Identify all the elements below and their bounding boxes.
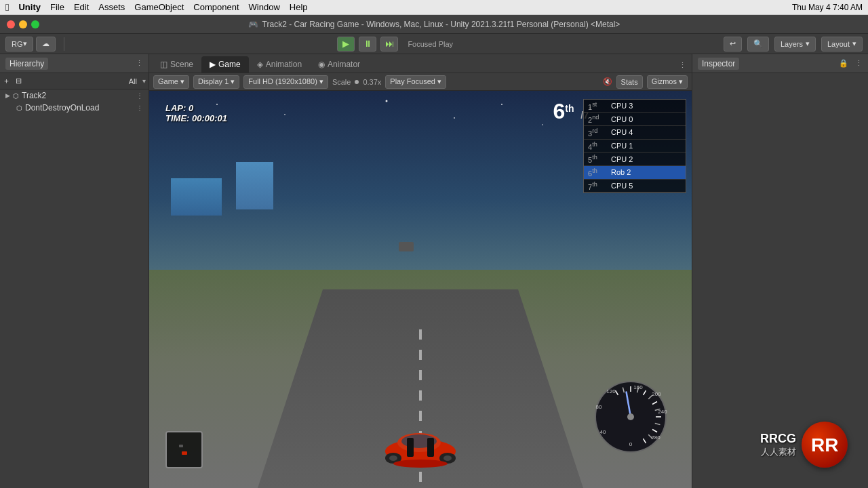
stats-button[interactable]: Stats [616,75,643,89]
tab-scene[interactable]: ◫ Scene [152,56,201,73]
rrcg-branding: RRCG 人人素材 RR [760,422,848,468]
gizmos-button[interactable]: Gizmos ▾ [647,75,688,89]
game-toolbar: Game ▾ Display 1 ▾ Full HD (1920x1080) ▾… [149,73,692,91]
tab-game[interactable]: ▶ Game [201,56,249,73]
resolution-button[interactable]: Full HD (1920x1080) ▾ [243,75,328,89]
inspector-header: Inspector 🔒 ⋮ [692,54,868,73]
tab-animation[interactable]: ◈ Animation [249,56,310,73]
lap-label: LAP: 0 [165,103,227,113]
position-super: th [565,102,574,113]
traffic-lights [7,20,39,28]
tab-animator[interactable]: ◉ Animator [310,56,368,73]
datetime: Thu May 4 7:40 AM [792,3,863,12]
name-1: CPU 3 [611,102,682,110]
close-button[interactable] [7,20,15,28]
time-label: TIME: 00:00:01 [165,113,227,123]
cloud-button[interactable]: ☁ [36,37,56,52]
svg-text:240: 240 [658,409,667,415]
hierarchy-arrow-down[interactable]: ▾ [142,77,146,85]
leaderboard: 1st CPU 3 2nd CPU 0 3rd CPU 4 4th CPU 1 [583,99,686,194]
inspector-options[interactable]: ⋮ [855,59,863,68]
svg-rect-11 [427,438,434,457]
leaderboard-row-2: 2nd CPU 0 [584,113,686,126]
view-tabs-options[interactable]: ⋮ [676,58,689,73]
mute-icon[interactable]: 🔇 [603,77,612,86]
svg-point-14 [389,455,397,461]
svg-rect-10 [407,438,414,457]
pos-6: 6th [588,167,604,178]
pos-4: 4th [588,141,604,151]
menu-component[interactable]: Component [193,2,239,12]
game-tab-icon: ▶ [210,60,216,69]
svg-point-1 [284,114,285,115]
minimize-button[interactable] [19,20,27,28]
play-focused-button[interactable]: Play Focused ▾ [385,75,446,89]
car-svg [380,414,461,468]
pause-button[interactable]: ⏸ [359,37,376,52]
all-label: All [129,77,137,85]
expand-arrow: ▶ [5,92,10,99]
view-tabs: ◫ Scene ▶ Game ◈ Animation ◉ Animator ⋮ [149,54,692,73]
leaderboard-row-6: 6th Rob 2 [584,166,686,180]
svg-point-3 [454,117,455,119]
inspector-tab[interactable]: Inspector [698,58,739,70]
menu-help[interactable]: Help [290,2,308,12]
player-car [380,414,461,468]
hierarchy-tab[interactable]: Hierarchy [5,58,48,70]
hierarchy-options[interactable]: ⋮ [136,59,143,68]
scale-label: Scale [332,78,351,86]
menu-window[interactable]: Window [249,2,280,12]
animation-tab-icon: ◈ [257,60,263,69]
svg-rect-19 [179,445,183,447]
play-button[interactable]: ▶ [337,37,355,52]
game-display-button[interactable]: Game ▾ [153,75,189,89]
name-7: CPU 5 [611,182,682,190]
inspector-lock[interactable]: 🔒 [839,59,848,68]
svg-point-4 [501,104,502,105]
sort-button[interactable]: ⊟ [16,77,22,85]
svg-text:200: 200 [652,391,661,397]
layout-button[interactable]: Layout ▾ [821,37,863,52]
lap-time: LAP: 0 TIME: 00:00:01 [165,103,227,123]
menu-gameobject[interactable]: GameObject [134,2,184,12]
rg-button[interactable]: RG ▾ [5,37,33,52]
title-bar: 🎮 Track2 - Car Racing Game - Windows, Ma… [0,15,868,34]
toolbar-center: ▶ ⏸ ⏭ Focused Play [73,37,718,52]
hierarchy-item-dontdestroy[interactable]: ⬡ DontDestroyOnLoad ⋮ [0,102,149,114]
svg-text:RR: RR [811,434,838,455]
add-button[interactable]: ＋ [3,76,10,86]
animator-tab-icon: ◉ [318,60,325,69]
display-button[interactable]: Display 1 ▾ [193,75,239,89]
undo-button[interactable]: ↩ [724,37,742,52]
menu-edit[interactable]: Edit [74,2,89,12]
hierarchy-track2-label: Track2 [22,91,46,100]
scale-value: 0.37x [363,78,381,86]
rrcg-logo-svg: RR [810,430,840,460]
app-name[interactable]: Unity [18,2,41,12]
hierarchy-item-options-2[interactable]: ⋮ [136,104,143,112]
building-block-2 [236,162,273,209]
name-4: CPU 1 [611,142,682,150]
menu-assets[interactable]: Assets [98,2,125,12]
hierarchy-panel: Hierarchy ⋮ ＋ ⊟ All ▾ ▶ ⬡ Track2 ⋮ ⬡ Don… [0,54,149,488]
svg-text:160: 160 [633,384,643,390]
name-5: CPU 2 [611,155,682,163]
hierarchy-toolbar: ＋ ⊟ All ▾ [0,73,149,89]
window-title: Track2 - Car Racing Game - Windows, Mac,… [262,20,620,29]
hierarchy-item-track2[interactable]: ▶ ⬡ Track2 ⋮ [0,89,149,102]
hierarchy-item-options[interactable]: ⋮ [136,92,143,100]
step-button[interactable]: ⏭ [380,37,398,52]
apple-menu[interactable]:  [5,1,9,13]
menu-file[interactable]: File [50,2,64,12]
search-button[interactable]: 🔍 [747,37,769,52]
svg-point-16 [393,460,448,468]
game-tab-label: Game [218,60,241,69]
maximize-button[interactable] [31,20,39,28]
pos-3: 3rd [588,127,604,138]
leaderboard-row-3: 3rd CPU 4 [584,126,686,140]
pos-5: 5th [588,154,604,164]
pos-7: 7th [588,181,604,191]
game-scene: LAP: 0 TIME: 00:00:01 6th /7 1st CPU 3 2… [149,91,692,488]
svg-text:120: 120 [606,388,616,394]
layers-button[interactable]: Layers ▾ [774,37,816,52]
